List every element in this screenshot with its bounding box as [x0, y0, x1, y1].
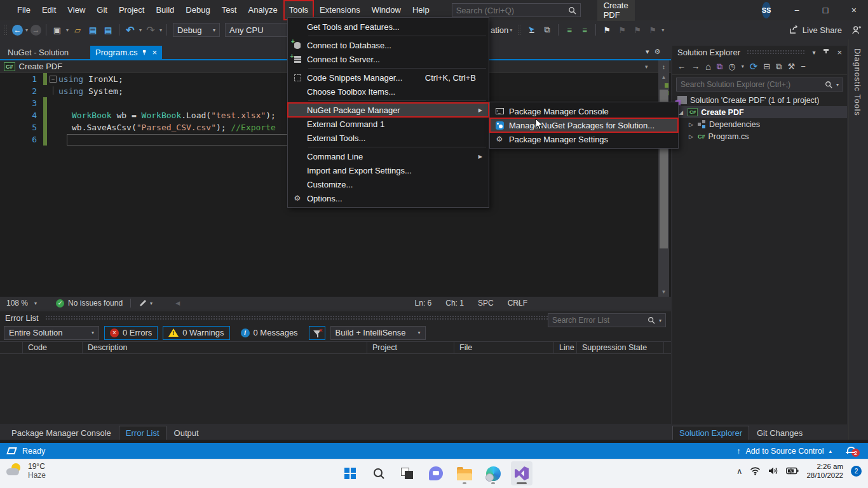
tab-diagnostic-tools[interactable]: Diagnostic Tools — [853, 48, 862, 116]
suppression-column-header[interactable]: Suppression State — [577, 342, 664, 353]
fold-marker-icon[interactable]: − — [50, 76, 57, 83]
menu-item-customize[interactable]: Customize... — [288, 177, 489, 191]
tab-git-changes[interactable]: Git Changes — [750, 426, 809, 440]
live-share-button[interactable]: Live Share — [803, 25, 842, 35]
errors-filter-button[interactable]: ×0 Errors — [104, 326, 158, 340]
scope-dropdown[interactable]: Entire Solution▾ — [4, 326, 99, 340]
tab-program-cs[interactable]: Program.cs × — [90, 46, 162, 59]
truncated-dropdown[interactable]: ation — [491, 25, 508, 35]
toggle-bookmark-button[interactable]: ⚑ — [600, 24, 613, 36]
tab-solution-explorer[interactable]: Solution Explorer — [672, 426, 749, 440]
error-list-search-input[interactable] — [552, 316, 644, 325]
task-view-button[interactable] — [397, 461, 418, 485]
tree-collapsed-icon[interactable]: ▷ — [688, 121, 695, 128]
toolbar-overflow-icon[interactable]: − — [801, 62, 806, 71]
project-column-header[interactable]: Project — [367, 342, 454, 353]
zoom-dropdown[interactable]: 108 %▾ — [0, 299, 43, 308]
clear-bookmarks-button[interactable]: ⚑ — [646, 24, 659, 36]
menu-item-package-manager-console[interactable]: ›_Package Manager Console — [490, 104, 678, 118]
scroll-up-icon[interactable]: ▲ — [658, 73, 669, 82]
add-to-source-control-button[interactable]: Add to Source Control — [745, 447, 824, 456]
collapse-all-icon[interactable]: ⊟ — [763, 62, 770, 71]
scroll-left-icon[interactable]: ◀ — [175, 300, 180, 306]
refresh-icon[interactable]: ⟳ — [750, 61, 758, 72]
tab-package-manager-console[interactable]: Package Manager Console — [5, 426, 118, 440]
menu-git[interactable]: Git — [91, 0, 113, 20]
battery-icon[interactable] — [786, 467, 799, 475]
minimize-button[interactable]: − — [782, 0, 811, 20]
menu-item-manage-nuget-packages[interactable]: Manage NuGet Packages for Solution... — [490, 118, 678, 132]
home-icon[interactable]: ⌂ — [705, 61, 711, 72]
visual-studio-taskbar-button[interactable] — [511, 461, 532, 485]
quick-search[interactable] — [452, 3, 581, 17]
menu-item-external-command-1[interactable]: External Command 1 — [288, 117, 489, 131]
undo-button[interactable]: ↶ — [124, 24, 137, 36]
forward-icon[interactable]: → — [691, 62, 700, 71]
document-options-gear-icon[interactable]: ⚙ — [654, 48, 661, 56]
navigate-forward-button[interactable]: → — [31, 25, 41, 36]
line-column-header[interactable]: Line — [554, 342, 577, 353]
open-file-button[interactable]: ▱ — [71, 24, 84, 36]
tab-output[interactable]: Output — [168, 426, 205, 440]
tree-item-program-cs[interactable]: ▷ C# Program.cs — [672, 130, 847, 142]
tree-item-solution[interactable]: Solution 'Create PDF' (1 of 1 project) — [672, 94, 847, 106]
notification-center-badge[interactable]: 2 — [851, 466, 862, 477]
toolbar-grip[interactable] — [4, 24, 7, 36]
breadcrumb-project[interactable]: Create PDF — [19, 62, 63, 71]
error-list-search[interactable]: ▾ — [548, 313, 666, 327]
new-file-dropdown-icon[interactable]: ▾ — [66, 27, 69, 33]
preview-selected-icon[interactable]: ⧉ — [776, 62, 782, 72]
source-dropdown[interactable]: Build + IntelliSense▾ — [330, 326, 426, 340]
tab-nuget-solution[interactable]: NuGet - Solution — [0, 46, 76, 59]
pin-icon[interactable] — [823, 49, 829, 55]
weather-widget[interactable]: 19°CHaze — [6, 462, 46, 480]
switch-views-icon[interactable]: ⧉ — [717, 62, 722, 72]
caret-up-icon[interactable]: ▴ — [829, 448, 832, 454]
tree-item-project[interactable]: ◢ C# Create PDF — [672, 106, 847, 118]
filter-button[interactable]: × — [309, 326, 325, 340]
menu-item-get-tools[interactable]: Get Tools and Features... — [288, 20, 489, 34]
teams-chat-button[interactable] — [425, 461, 447, 485]
wifi-icon[interactable] — [750, 466, 761, 475]
scroll-down-icon[interactable]: ▼ — [658, 288, 669, 297]
solution-explorer-search-input[interactable] — [681, 80, 821, 89]
split-editor-handle[interactable]: ↕ — [658, 60, 669, 73]
chevron-down-icon[interactable]: ▾ — [150, 301, 153, 306]
previous-bookmark-button[interactable]: ⚑ — [616, 24, 628, 36]
undo-dropdown-icon[interactable]: ▾ — [139, 27, 142, 33]
menu-item-import-export-settings[interactable]: Import and Export Settings... — [288, 163, 489, 177]
menu-analyze[interactable]: Analyze — [242, 0, 283, 20]
volume-icon[interactable] — [768, 466, 778, 475]
menu-item-command-line[interactable]: Command Line▶ — [288, 149, 489, 163]
edge-browser-button[interactable] — [482, 461, 504, 485]
menu-item-connect-server[interactable]: Connect to Server... — [288, 52, 489, 66]
configuration-dropdown[interactable]: Debug▾ — [173, 23, 220, 37]
file-explorer-button[interactable] — [454, 461, 475, 485]
taskbar-search-button[interactable] — [368, 461, 390, 485]
decrease-indent-button[interactable]: ≡ — [563, 24, 576, 36]
close-panel-icon[interactable]: × — [837, 48, 842, 57]
taskbar-clock[interactable]: 2:26 am 28/10/2022 — [806, 462, 843, 480]
save-button[interactable]: ▤ — [86, 24, 99, 36]
menu-item-code-snippets[interactable]: Code Snippets Manager...Ctrl+K, Ctrl+B — [288, 71, 489, 85]
navigate-back-button[interactable]: ← — [12, 25, 23, 36]
redo-button[interactable]: ↷ — [144, 24, 157, 36]
messages-filter-button[interactable]: i0 Messages — [235, 326, 304, 340]
back-dropdown-icon[interactable]: ▾ — [25, 27, 28, 33]
navigate-backward-editor-button[interactable] — [526, 24, 538, 36]
chevron-down-icon[interactable]: ▾ — [645, 64, 648, 70]
menu-edit[interactable]: Edit — [36, 0, 62, 20]
notifications-bell-icon[interactable]: 2 — [846, 446, 855, 456]
menu-build[interactable]: Build — [150, 0, 180, 20]
tree-item-dependencies[interactable]: ▷ Dependencies — [672, 118, 847, 130]
restore-button[interactable]: □ — [811, 0, 839, 20]
menu-project[interactable]: Project — [113, 0, 150, 20]
pin-icon[interactable] — [142, 50, 148, 55]
menu-test[interactable]: Test — [216, 0, 243, 20]
code-column-header[interactable]: Code — [23, 342, 83, 353]
properties-wrench-icon[interactable]: ⚒ — [788, 62, 796, 71]
menu-view[interactable]: View — [62, 0, 91, 20]
window-position-dropdown-icon[interactable]: ▾ — [812, 49, 815, 56]
close-tab-icon[interactable]: × — [153, 46, 158, 59]
copy-structure-button[interactable]: ⧉ — [541, 24, 553, 36]
